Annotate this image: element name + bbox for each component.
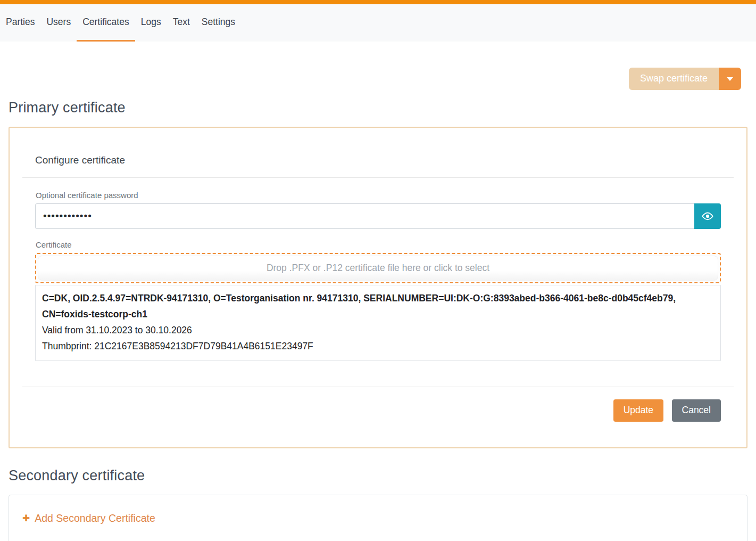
swap-certificate-split-button: Swap certificate bbox=[629, 68, 741, 90]
certificate-password-input[interactable] bbox=[35, 203, 694, 229]
primary-certificate-heading: Primary certificate bbox=[9, 100, 747, 116]
nav-tab-users[interactable]: Users bbox=[40, 4, 77, 42]
nav-tab-logs[interactable]: Logs bbox=[135, 4, 167, 42]
password-input-group bbox=[35, 203, 721, 229]
certificate-thumbprint: Thumbprint: 21C2167E3B8594213DF7D79B41A4… bbox=[42, 338, 714, 354]
primary-certificate-panel: Configure certificate Optional certifica… bbox=[9, 127, 747, 448]
add-secondary-certificate-label: Add Secondary Certificate bbox=[35, 512, 155, 524]
certificate-subject: C=DK, OID.2.5.4.97=NTRDK-94171310, O=Tes… bbox=[42, 290, 714, 322]
panel-footer: Update Cancel bbox=[22, 387, 734, 447]
configure-certificate-title: Configure certificate bbox=[22, 128, 734, 178]
update-button[interactable]: Update bbox=[613, 399, 663, 422]
certificate-validity: Valid from 31.10.2023 to 30.10.2026 bbox=[42, 322, 714, 338]
nav-tabs: Parties Users Certificates Logs Text Set… bbox=[0, 4, 241, 42]
main-navigation: Parties Users Certificates Logs Text Set… bbox=[0, 4, 756, 42]
show-password-button[interactable] bbox=[694, 203, 721, 229]
nav-tab-certificates[interactable]: Certificates bbox=[77, 4, 135, 42]
password-label: Optional certificate password bbox=[36, 191, 721, 200]
certificate-label: Certificate bbox=[36, 240, 721, 249]
certificate-form: Optional certificate password Certificat… bbox=[35, 191, 721, 361]
caret-down-icon bbox=[727, 77, 733, 81]
nav-tab-text[interactable]: Text bbox=[167, 4, 196, 42]
plus-icon: ✚ bbox=[22, 514, 30, 523]
brand-top-bar bbox=[0, 0, 756, 4]
certificate-dropzone[interactable]: Drop .PFX or .P12 certificate file here … bbox=[35, 253, 721, 283]
certificate-dropzone-text: Drop .PFX or .P12 certificate file here … bbox=[38, 256, 718, 281]
cancel-button[interactable]: Cancel bbox=[672, 399, 721, 422]
certificate-details-box: C=DK, OID.2.5.4.97=NTRDK-94171310, O=Tes… bbox=[35, 285, 721, 361]
nav-tab-parties[interactable]: Parties bbox=[0, 4, 40, 42]
nav-tab-settings[interactable]: Settings bbox=[196, 4, 241, 42]
eye-icon bbox=[702, 210, 713, 222]
add-secondary-certificate-button[interactable]: ✚ Add Secondary Certificate bbox=[22, 512, 155, 524]
swap-certificate-dropdown-toggle[interactable] bbox=[719, 68, 741, 90]
swap-certificate-button[interactable]: Swap certificate bbox=[629, 68, 719, 90]
secondary-certificate-heading: Secondary certificate bbox=[9, 468, 747, 484]
secondary-certificate-box: ✚ Add Secondary Certificate bbox=[9, 495, 747, 541]
certificate-toolbar: Swap certificate bbox=[0, 68, 741, 90]
